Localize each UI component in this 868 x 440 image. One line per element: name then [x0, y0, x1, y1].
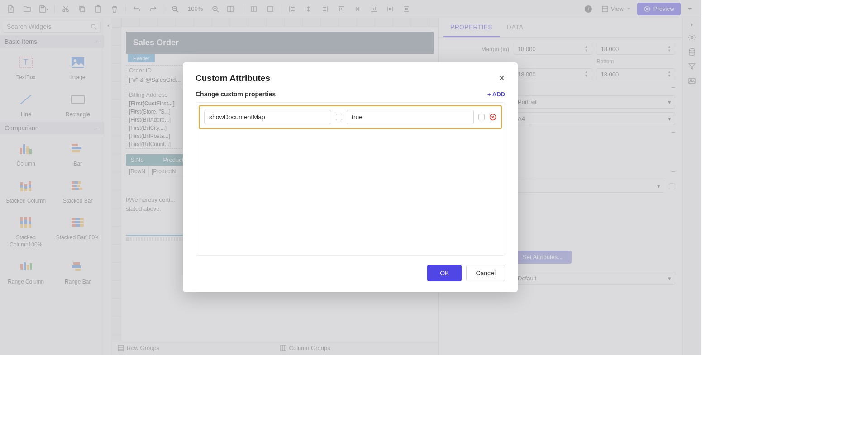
attribute-name-input[interactable] — [204, 110, 331, 124]
attribute-value-input[interactable] — [347, 110, 474, 124]
cancel-button[interactable]: Cancel — [466, 265, 505, 281]
add-attribute-button[interactable]: + ADD — [487, 91, 505, 98]
custom-attributes-modal: Custom Attributes ✕ Change custom proper… — [183, 62, 518, 292]
modal-title: Custom Attributes — [196, 73, 270, 83]
modal-overlay: Custom Attributes ✕ Change custom proper… — [0, 0, 701, 355]
close-icon[interactable]: ✕ — [498, 73, 505, 83]
delete-attribute-icon[interactable] — [489, 114, 496, 121]
modal-subtitle: Change custom properties — [196, 90, 276, 98]
fx-value-button[interactable] — [478, 114, 485, 120]
attribute-row — [199, 105, 502, 129]
ok-button[interactable]: OK — [427, 265, 462, 281]
attribute-list — [196, 102, 505, 256]
fx-name-button[interactable] — [336, 114, 342, 120]
